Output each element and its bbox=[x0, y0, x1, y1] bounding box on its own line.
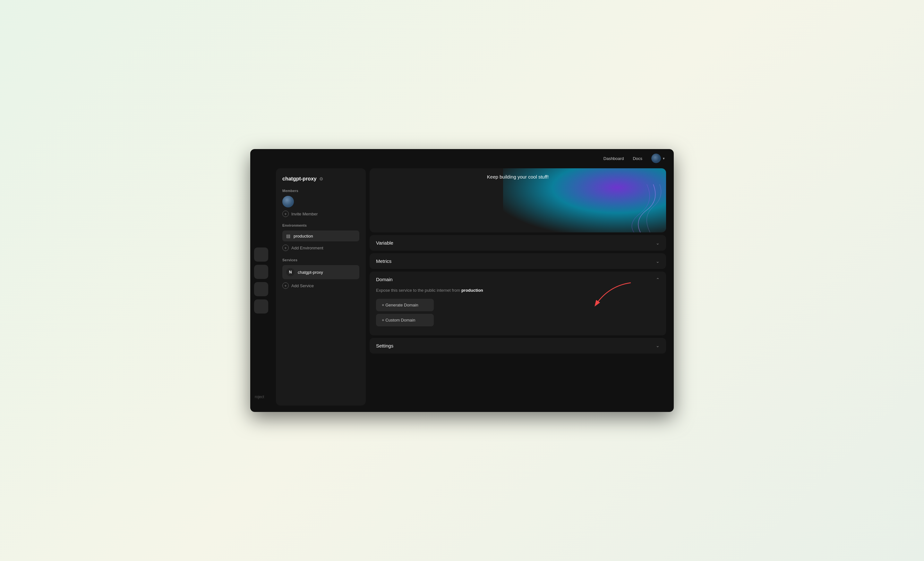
add-service-label: Add Service bbox=[291, 283, 314, 288]
dashboard-link[interactable]: Dashboard bbox=[603, 156, 624, 161]
settings-section: Settings ⌄ bbox=[370, 338, 666, 354]
project-header: chatgpt-proxy ⚙ bbox=[282, 176, 359, 182]
avatar[interactable] bbox=[651, 154, 661, 163]
variable-section: Variable ⌄ bbox=[370, 235, 666, 251]
domain-section-header[interactable]: Domain ⌄ bbox=[370, 272, 666, 287]
left-panels bbox=[250, 244, 272, 317]
environment-production[interactable]: ▤ production bbox=[282, 230, 359, 241]
docs-link[interactable]: Docs bbox=[633, 156, 642, 161]
hero-card: Keep building your cool stuff! bbox=[370, 168, 666, 232]
left-panel-btn-1[interactable] bbox=[254, 247, 268, 262]
add-env-label: Add Environment bbox=[291, 245, 323, 250]
domain-desc-prefix: Expose this service to the public intern… bbox=[376, 288, 460, 293]
environments-label: Environments bbox=[282, 223, 359, 227]
metrics-chevron-icon: ⌄ bbox=[656, 259, 660, 264]
sidebar: chatgpt-proxy ⚙ Members + Invite Member … bbox=[276, 168, 366, 405]
hero-lines bbox=[608, 184, 666, 232]
left-panel-btn-4[interactable] bbox=[254, 299, 268, 314]
service-initial: N bbox=[286, 268, 294, 276]
metrics-section: Metrics ⌄ bbox=[370, 253, 666, 269]
metrics-section-header[interactable]: Metrics ⌄ bbox=[370, 253, 666, 269]
settings-section-header[interactable]: Settings ⌄ bbox=[370, 338, 666, 354]
domain-env-name: production bbox=[461, 288, 483, 293]
domain-chevron-icon: ⌄ bbox=[656, 277, 660, 282]
variable-chevron-icon: ⌄ bbox=[656, 241, 660, 245]
invite-member-row[interactable]: + Invite Member bbox=[282, 210, 359, 218]
members-section: Members + Invite Member bbox=[282, 189, 359, 218]
user-menu[interactable]: ▾ bbox=[651, 154, 665, 163]
members-label: Members bbox=[282, 189, 359, 193]
service-chatgpt-proxy[interactable]: N chatgpt-proxy bbox=[282, 265, 359, 279]
left-panel-btn-3[interactable] bbox=[254, 282, 268, 296]
right-panel: Keep building your cool stuff! Variable … bbox=[370, 168, 668, 405]
environments-section: Environments ▤ production + Add Environm… bbox=[282, 223, 359, 252]
project-title: chatgpt-proxy bbox=[282, 176, 316, 182]
domain-content: Expose this service to the public intern… bbox=[370, 287, 666, 335]
add-service-row[interactable]: + Add Service bbox=[282, 281, 359, 290]
domain-description: Expose this service to the public intern… bbox=[376, 287, 660, 294]
services-section: Services N chatgpt-proxy + Add Service bbox=[282, 258, 359, 290]
server-icon: ▤ bbox=[286, 233, 290, 238]
variable-section-header[interactable]: Variable ⌄ bbox=[370, 235, 666, 251]
main-content: chatgpt-proxy ⚙ Members + Invite Member … bbox=[250, 149, 674, 412]
topbar: Dashboard Docs ▾ bbox=[594, 149, 674, 168]
left-panel-btn-2[interactable] bbox=[254, 265, 268, 279]
services-label: Services bbox=[282, 258, 359, 262]
avatar-image bbox=[651, 154, 661, 163]
domain-section: Domain ⌄ Expose this service to the publ… bbox=[370, 272, 666, 335]
invite-member-label: Invite Member bbox=[291, 212, 318, 216]
bottom-project-label: roject bbox=[255, 395, 264, 399]
env-name: production bbox=[294, 234, 313, 238]
generate-domain-button[interactable]: + Generate Domain bbox=[376, 299, 434, 311]
add-service-icon: + bbox=[282, 283, 289, 289]
hero-text: Keep building your cool stuff! bbox=[487, 174, 549, 180]
domain-title: Domain bbox=[376, 277, 393, 282]
add-environment-row[interactable]: + Add Environment bbox=[282, 243, 359, 252]
settings-title: Settings bbox=[376, 343, 393, 349]
metrics-title: Metrics bbox=[376, 258, 392, 264]
plus-circle-icon: + bbox=[282, 211, 289, 217]
variable-title: Variable bbox=[376, 240, 393, 245]
gear-icon[interactable]: ⚙ bbox=[319, 176, 323, 181]
add-env-icon: + bbox=[282, 245, 289, 251]
member-avatar bbox=[282, 196, 294, 207]
domain-buttons: + Generate Domain + Custom Domain bbox=[376, 299, 660, 326]
settings-chevron-icon: ⌄ bbox=[656, 343, 660, 348]
chevron-down-icon: ▾ bbox=[663, 156, 665, 161]
service-name: chatgpt-proxy bbox=[298, 270, 323, 275]
custom-domain-button[interactable]: + Custom Domain bbox=[376, 314, 434, 326]
